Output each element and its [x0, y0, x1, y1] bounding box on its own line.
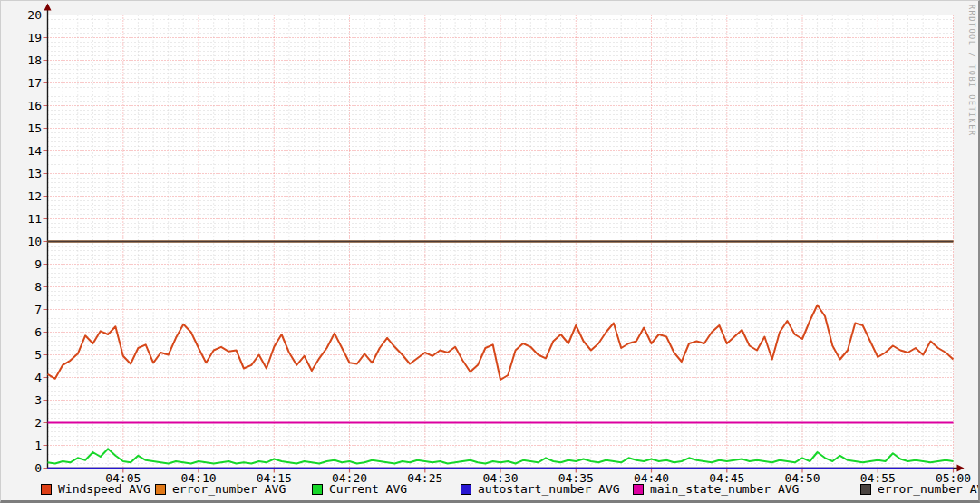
y-tick-label: 3: [34, 393, 42, 407]
legend-label: error_number AVG: [878, 482, 980, 496]
legend-label: Windspeed AVG: [58, 482, 150, 496]
legend-swatch: [461, 484, 471, 495]
legend-label: error_number AVG: [172, 482, 286, 496]
y-tick-label: 16: [27, 99, 42, 112]
legend-swatch: [41, 484, 52, 495]
legend-item: Current AVG: [312, 482, 407, 496]
y-tick-label: 4: [34, 371, 42, 384]
y-tick-label: 19: [27, 31, 42, 44]
y-tick-label: 1: [34, 439, 42, 452]
y-tick-label: 11: [27, 212, 42, 226]
y-tick-label: 9: [34, 257, 42, 271]
legend-item: autostart_number AVG: [461, 482, 620, 496]
legend-item: error_number AVG: [860, 482, 980, 496]
legend-item: Windspeed AVG: [41, 482, 150, 496]
legend-label: main_state_number AVG: [650, 482, 799, 496]
y-tick-label: 6: [34, 325, 42, 339]
chart-plot-area: 0123456789101112131415161718192004:0504:…: [1, 1, 980, 503]
rrdtool-watermark: RRDTOOL / TOBI OETIKER: [967, 5, 976, 137]
legend-swatch: [155, 484, 166, 495]
y-tick-label: 8: [34, 280, 42, 294]
y-tick-label: 14: [27, 144, 42, 158]
legend-item: main_state_number AVG: [633, 482, 799, 496]
y-tick-label: 5: [34, 348, 42, 362]
y-axis-arrow-icon: [44, 4, 52, 11]
legend-label: autostart_number AVG: [478, 482, 620, 496]
y-tick-label: 0: [34, 461, 42, 475]
y-tick-label: 13: [27, 167, 42, 180]
chart-legend: Windspeed AVGerror_number AVGCurrent AVG…: [1, 482, 978, 498]
y-tick-label: 2: [34, 416, 42, 430]
legend-item: error_number AVG: [155, 482, 286, 496]
y-tick-label: 18: [27, 53, 42, 67]
y-tick-label: 20: [27, 8, 42, 22]
rrdtool-graph: 0123456789101112131415161718192004:0504:…: [0, 0, 980, 503]
legend-label: Current AVG: [329, 482, 407, 496]
legend-swatch: [312, 484, 323, 495]
y-tick-label: 10: [27, 235, 42, 248]
legend-swatch: [860, 484, 871, 495]
y-tick-label: 17: [27, 76, 42, 90]
y-tick-label: 15: [27, 121, 42, 135]
y-tick-label: 7: [34, 303, 42, 316]
y-tick-label: 12: [27, 189, 42, 203]
legend-swatch: [633, 484, 644, 495]
